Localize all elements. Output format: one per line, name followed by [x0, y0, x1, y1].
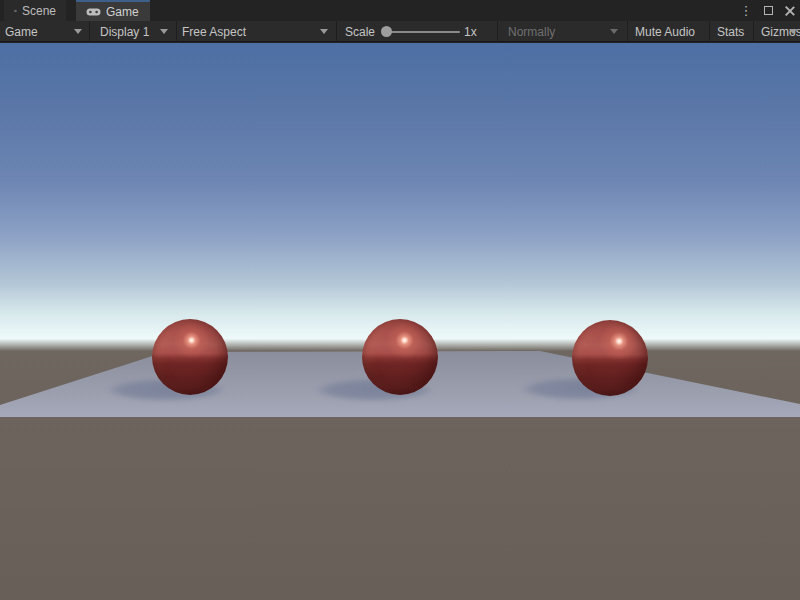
aspect-ratio-label: Free Aspect — [182, 25, 246, 39]
game-render-viewport[interactable] — [0, 43, 800, 600]
toolbar-separator — [336, 21, 337, 42]
game-menu-dropdown[interactable]: Game — [5, 21, 38, 42]
stats-label: Stats — [717, 25, 744, 39]
game-menu-label: Game — [5, 25, 38, 39]
scale-slider-knob[interactable] — [381, 26, 392, 37]
toolbar-separator — [709, 21, 710, 42]
toolbar-separator — [176, 21, 177, 42]
red-sphere — [572, 320, 648, 396]
scale-slider-track[interactable] — [382, 31, 460, 33]
red-sphere — [362, 319, 438, 395]
tab-bar: Scene Game ⋮ — [0, 0, 800, 21]
tab-scene-label: Scene — [22, 4, 56, 18]
tab-game[interactable]: Game — [76, 0, 150, 21]
toolbar-separator — [627, 21, 628, 42]
mute-audio-button[interactable]: Mute Audio — [635, 21, 695, 42]
close-icon[interactable] — [782, 3, 798, 19]
toolbar-separator — [753, 21, 754, 42]
chevron-down-icon — [789, 29, 797, 34]
window-controls: ⋮ — [738, 0, 798, 21]
toolbar-separator — [497, 21, 498, 42]
display-label: Display 1 — [100, 25, 149, 39]
gamepad-icon — [86, 6, 101, 17]
kebab-menu-icon[interactable]: ⋮ — [738, 3, 754, 19]
chevron-down-icon — [320, 29, 328, 34]
display-dropdown[interactable]: Display 1 — [100, 21, 149, 42]
stats-button[interactable]: Stats — [717, 21, 744, 42]
chevron-down-icon — [74, 29, 82, 34]
game-view-toolbar: Game Display 1 Free Aspect Scale 1x Norm… — [0, 21, 800, 42]
play-focus-dropdown[interactable]: Normally — [508, 21, 555, 42]
scale-label: Scale — [345, 21, 375, 42]
scale-value: 1x — [464, 21, 477, 42]
aspect-ratio-dropdown[interactable]: Free Aspect — [182, 21, 246, 42]
red-sphere — [152, 319, 228, 395]
toolbar-separator — [89, 21, 90, 42]
play-focus-label: Normally — [508, 25, 555, 39]
tab-game-label: Game — [106, 5, 139, 19]
mute-audio-label: Mute Audio — [635, 25, 695, 39]
maximize-icon[interactable] — [760, 3, 776, 19]
chevron-down-icon — [610, 29, 618, 34]
tab-scene[interactable]: Scene — [4, 0, 66, 21]
chevron-down-icon — [160, 29, 168, 34]
grid-icon — [14, 5, 17, 17]
